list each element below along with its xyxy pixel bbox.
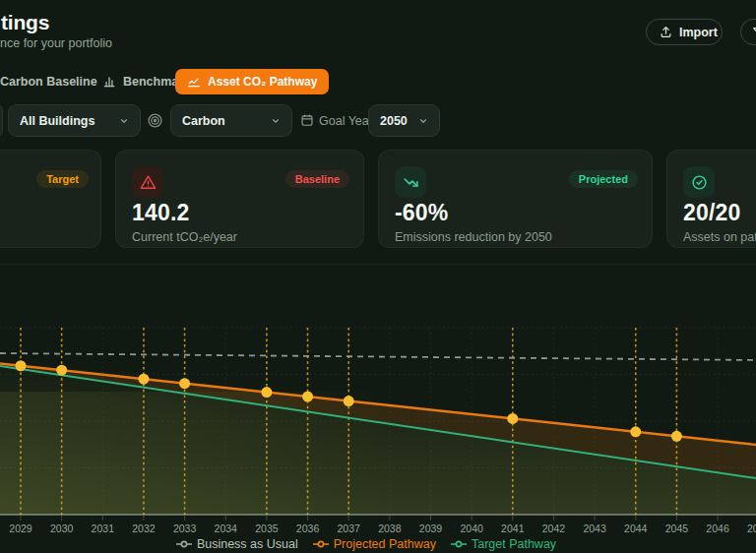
icon-tile <box>132 166 163 198</box>
pathway-dot-2036[interactable] <box>302 392 313 402</box>
chart-legend: Business as UsualProjected PathwayTarget… <box>0 537 744 551</box>
tab-asset-co2-pathway-label: Asset CO₂ Pathway <box>208 75 317 89</box>
pathway-dot-2029[interactable] <box>16 360 27 371</box>
target-bullseye-icon <box>147 112 163 129</box>
x-axis-label: 2046 <box>706 522 729 534</box>
chevron-down-icon <box>418 116 428 126</box>
x-axis-label: 2047 <box>747 522 756 534</box>
pathway-dot-2030[interactable] <box>56 365 67 376</box>
stat-value: 20/20 <box>683 200 741 226</box>
upload-icon <box>660 26 672 38</box>
legend-marker-icon <box>451 539 467 549</box>
pathway-dot-2035[interactable] <box>261 387 272 398</box>
buildings-select-value: All Buildings <box>20 114 94 128</box>
icon-tile <box>395 166 426 198</box>
stat-label: Current tCO₂e/year <box>132 230 237 244</box>
x-axis-label: 2040 <box>460 522 483 534</box>
import-button-label: Import <box>679 26 718 39</box>
stat-value: 140.2 <box>132 200 190 226</box>
pathway-dot-2045[interactable] <box>671 431 682 442</box>
bar-chart-icon <box>102 75 116 89</box>
legend-label: Projected Pathway <box>334 537 436 551</box>
goal-year-select[interactable]: 2050 <box>368 104 440 137</box>
warning-triangle-icon <box>140 174 157 191</box>
tab-carbon-baseline-label: Carbon Baseline <box>0 75 97 89</box>
x-axis-label: 2039 <box>419 522 443 534</box>
clipped-control <box>0 104 3 137</box>
pathway-dot-2037[interactable] <box>344 396 354 406</box>
x-axis-label: 2045 <box>665 522 689 534</box>
x-axis-label: 2035 <box>255 522 279 534</box>
pathway-dot-2044[interactable] <box>630 426 641 437</box>
tab-asset-co2-pathway[interactable]: Asset CO₂ Pathway <box>175 69 329 94</box>
calendar-icon <box>300 113 314 127</box>
legend-item-business-as-usual[interactable]: Business as Usual <box>176 537 298 551</box>
emissions-pathway-chart: 2029203020312032203320342035203620372038… <box>0 264 756 553</box>
legend-label: Business as Usual <box>197 537 298 551</box>
x-axis-label: 2034 <box>215 522 238 534</box>
x-axis-label: 2036 <box>296 522 320 534</box>
status-badge: Target <box>36 170 89 188</box>
asset-co2-pathway-screen: tings nce for your portfolio Import Carb… <box>0 0 756 553</box>
chevron-down-icon <box>271 116 281 126</box>
x-axis-label: 2042 <box>542 522 566 534</box>
x-axis-label: 2030 <box>50 522 74 534</box>
legend-label: Target Pathway <box>472 537 556 551</box>
x-axis-label: 2041 <box>501 522 525 534</box>
page-subtitle: nce for your portfolio <box>0 36 112 50</box>
import-button[interactable]: Import <box>646 19 723 45</box>
icon-tile <box>683 166 715 198</box>
x-axis-label: 2044 <box>624 522 648 534</box>
filter-button[interactable] <box>740 19 756 45</box>
x-axis-label: 2037 <box>338 522 361 534</box>
stat-card-target: Target <box>0 150 101 248</box>
page-title: tings <box>1 11 49 34</box>
stat-label: Emissions reduction by 2050 <box>395 230 552 244</box>
tab-carbon-baseline[interactable]: Carbon Baseline <box>0 69 97 94</box>
goal-year-select-value: 2050 <box>380 114 408 128</box>
stat-card-assets: 20/20 Assets on pathway <box>666 150 756 248</box>
buildings-select[interactable]: All Buildings <box>8 104 141 137</box>
x-axis-label: 2043 <box>583 522 606 534</box>
metric-select[interactable]: Carbon <box>170 104 292 137</box>
x-axis-label: 2029 <box>9 522 32 534</box>
status-badge: Baseline <box>285 170 349 188</box>
stat-label: Assets on pathway <box>683 230 756 244</box>
stat-card-projected: Projected -60% Emissions reduction by 20… <box>378 150 653 248</box>
trending-down-icon <box>403 174 419 191</box>
line-chart-icon <box>187 75 201 89</box>
chevron-down-icon <box>119 116 129 126</box>
legend-item-projected-pathway[interactable]: Projected Pathway <box>313 537 436 551</box>
stat-value: -60% <box>395 200 449 226</box>
check-circle-icon <box>691 174 708 191</box>
pathway-dot-2032[interactable] <box>138 374 149 385</box>
x-axis-label: 2038 <box>378 522 402 534</box>
legend-marker-icon <box>313 539 329 549</box>
metric-select-value: Carbon <box>182 114 225 128</box>
filter-icon <box>752 26 756 38</box>
x-axis-label: 2032 <box>132 522 156 534</box>
x-axis-label: 2033 <box>173 522 197 534</box>
pathway-dot-2033[interactable] <box>179 378 190 389</box>
legend-item-target-pathway[interactable]: Target Pathway <box>451 537 556 551</box>
stat-card-baseline: Baseline 140.2 Current tCO₂e/year <box>115 150 364 248</box>
legend-marker-icon <box>176 539 192 549</box>
status-badge: Projected <box>569 170 638 188</box>
pathway-dot-2041[interactable] <box>507 413 518 424</box>
x-axis-label: 2031 <box>92 522 115 534</box>
